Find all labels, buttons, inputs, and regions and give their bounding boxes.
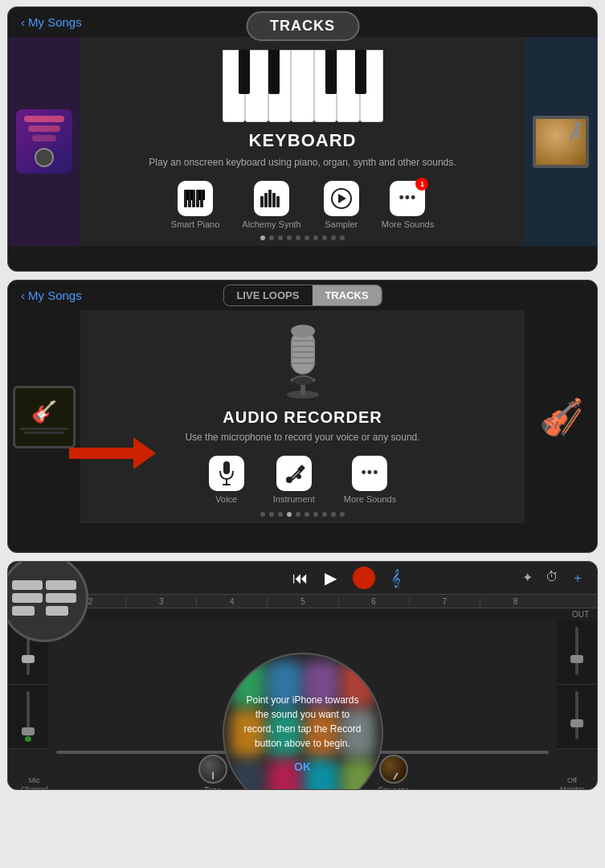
monitor-control: OffMonitor	[560, 776, 584, 790]
tab-group: LIVE LOOPS TRACKS	[223, 285, 382, 306]
audio-recorder-desc: Use the microphone to record your voice …	[185, 431, 419, 444]
keyboard-desc: Play an onscreen keyboard using piano, o…	[149, 156, 456, 170]
svg-point-25	[293, 377, 313, 385]
svg-rect-7	[198, 190, 201, 200]
dot	[296, 235, 300, 240]
tracks-grid-icon	[9, 577, 80, 619]
panel-tracks-view: ⏮ ▶ 𝄞 ✦ ⏱ ＋ 2 3 4 5 6 7 8 IN OUT	[7, 561, 598, 790]
out-label: OUT	[572, 610, 589, 619]
dot	[260, 512, 265, 517]
chevron-left-icon-2: ‹	[21, 289, 25, 302]
rewind-button[interactable]: ⏮	[292, 569, 309, 588]
sampler-label: Sampler	[325, 219, 358, 229]
smart-piano-icon-item[interactable]: Smart Piano	[171, 181, 220, 229]
back-label-1: My Songs	[28, 15, 82, 29]
transport-right-controls: ✦ ⏱ ＋	[522, 570, 584, 587]
svg-rect-13	[276, 196, 280, 207]
timeline-ruler: 2 3 4 5 6 7 8	[8, 594, 597, 608]
tone-knob[interactable]	[198, 755, 227, 784]
tab-live-loops[interactable]: LIVE LOOPS	[223, 285, 312, 305]
svg-rect-28	[223, 484, 231, 485]
instrument-icons-row: Smart Piano Alchemy Synth	[171, 181, 434, 229]
grid-bar	[46, 606, 68, 616]
track-right-2	[557, 685, 597, 749]
dot-active	[287, 512, 292, 517]
voice-icon	[209, 456, 244, 491]
svg-point-24	[291, 325, 315, 338]
dot	[269, 512, 274, 517]
mic-channel-label: MicChannel	[21, 776, 48, 790]
right-thumbnail-2: 🎻	[525, 310, 597, 523]
smart-piano-icon	[178, 181, 213, 216]
alchemy-synth-icon	[254, 181, 289, 216]
voice-icons-row: Voice Instrument	[209, 456, 396, 504]
tab-tracks[interactable]: TRACKS	[312, 285, 381, 305]
dot	[331, 235, 336, 240]
back-label-2: My Songs	[28, 289, 82, 302]
tracks-timeline[interactable]: Point your iPhone towards the sound you …	[48, 620, 557, 749]
track-label-2	[8, 685, 48, 749]
record-button[interactable]	[353, 567, 375, 589]
svg-rect-9	[260, 196, 264, 207]
knob-indicator	[212, 772, 214, 780]
white-key	[360, 50, 383, 122]
right-thumbnail-1	[525, 37, 597, 246]
squeeze-control[interactable]: Squeeze	[378, 755, 409, 790]
play-button[interactable]: ▶	[325, 568, 337, 588]
alchemy-synth-icon-item[interactable]: Alchemy Synth	[242, 181, 300, 229]
panel-keyboard: ‹ My Songs TRACKS	[7, 6, 598, 272]
squeeze-knob[interactable]	[379, 755, 408, 784]
white-key	[314, 50, 337, 122]
popup-ok-button[interactable]: OK	[294, 760, 311, 773]
grid-bar	[46, 580, 76, 590]
back-button-2[interactable]: ‹ My Songs	[21, 289, 82, 302]
more-sounds-2-icon-item[interactable]: ••• More Sounds	[344, 456, 396, 504]
voice-icon-item[interactable]: Voice	[209, 456, 244, 504]
panel2-content: 🎸	[8, 310, 597, 523]
more-sounds-icon: ••• 1	[390, 181, 425, 216]
dot	[322, 512, 327, 517]
svg-rect-26	[223, 461, 230, 474]
grid-bar	[12, 593, 43, 603]
left-thumbnail-2: 🎸	[8, 310, 80, 523]
dot	[340, 512, 345, 517]
svg-rect-27	[226, 479, 227, 484]
tracks-title-badge: TRACKS	[246, 11, 359, 41]
more-sounds-label: More Sounds	[382, 219, 434, 229]
dot	[305, 512, 309, 517]
metronome-button[interactable]: 𝄞	[391, 569, 401, 588]
instrument-label: Instrument	[273, 494, 315, 504]
dot	[313, 235, 318, 240]
dot	[278, 235, 283, 240]
sampler-icon-item[interactable]: Sampler	[324, 181, 359, 229]
violin-visual: 🎻	[539, 396, 583, 438]
more-sounds-2-icon: •••	[352, 456, 387, 491]
svg-rect-10	[264, 193, 268, 207]
white-key	[268, 50, 292, 122]
panel2-header: ‹ My Songs LIVE LOOPS TRACKS	[8, 280, 597, 310]
arrow-indicator	[69, 437, 156, 469]
svg-rect-6	[190, 190, 193, 200]
tone-label: Tone	[204, 786, 222, 790]
chevron-left-icon: ‹	[21, 15, 25, 29]
microphone-visual	[275, 318, 331, 402]
more-sounds-badge: 1	[415, 178, 428, 190]
panel-audio-recorder: ‹ My Songs LIVE LOOPS TRACKS 🎸	[7, 280, 598, 553]
mic-channel-control: MicChannel	[21, 776, 48, 790]
panel1-title-area: TRACKS	[246, 11, 359, 41]
tone-control[interactable]: Tone	[198, 755, 227, 790]
arrow-body	[69, 448, 133, 459]
instrument-icon-item[interactable]: Instrument	[273, 456, 315, 504]
add-track-icon[interactable]: ＋	[571, 570, 584, 587]
ruler-mark: 6	[338, 597, 409, 606]
ruler-mark: 3	[125, 597, 196, 606]
monitor-label: OffMonitor	[560, 776, 584, 790]
back-button-1[interactable]: ‹ My Songs	[21, 15, 82, 29]
more-sounds-icon-item[interactable]: ••• 1 More Sounds	[382, 181, 434, 229]
page-dots-2	[260, 512, 345, 517]
brightness-icon[interactable]: ✦	[522, 570, 533, 587]
popup-instruction-text: Point your iPhone towards the sound you …	[240, 693, 366, 751]
settings-icon[interactable]: ⏱	[546, 570, 558, 587]
voice-label: Voice	[215, 494, 237, 504]
page-dots-1	[260, 235, 345, 240]
